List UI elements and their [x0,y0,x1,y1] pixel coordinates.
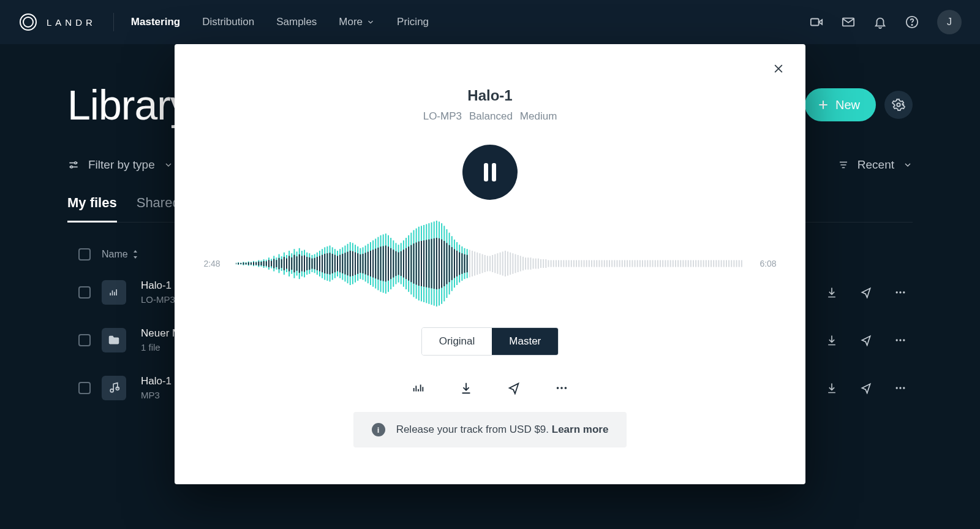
close-button[interactable] [772,63,785,75]
time-current: 2:48 [199,259,225,268]
svg-point-316 [565,387,567,389]
pause-icon [481,162,499,183]
svg-point-314 [557,387,559,389]
nav-more[interactable]: More [339,16,375,28]
sort-recent[interactable]: Recent [838,158,913,172]
svg-point-18 [899,387,901,389]
sliders-icon [67,159,80,171]
share-action[interactable] [507,381,521,395]
nav-divider [113,13,114,31]
sort-icon [838,159,849,170]
video-icon[interactable] [810,15,823,29]
nav-distribution[interactable]: Distribution [202,16,254,28]
file-subtitle: MP3 [141,390,172,400]
select-all-checkbox[interactable] [78,248,91,261]
new-button[interactable]: New [805,88,876,121]
mail-icon[interactable] [842,15,855,29]
file-type-icon [102,376,126,400]
svg-point-6 [897,103,900,107]
file-name: Halo-1 [141,280,175,292]
file-type-icon [102,328,126,352]
brand-logo[interactable]: LANDR [18,12,96,32]
track-title: Halo-1 [467,87,512,104]
file-type-icon [102,280,126,305]
download-action[interactable] [459,381,473,395]
promo-learn-more[interactable]: Learn more [552,424,609,435]
svg-point-11 [903,291,905,293]
promo-banner: i Release your track from USD $9. Learn … [353,412,627,447]
chevron-down-icon [903,160,913,170]
filter-label: Filter by type [88,158,155,172]
info-icon: i [372,423,385,436]
top-nav: LANDR MasteringDistributionSamplesMorePr… [0,0,980,44]
track-meta-item: Balanced [469,110,513,123]
row-checkbox[interactable] [78,382,91,394]
original-master-toggle: Original Master [421,327,559,356]
nav-mastering[interactable]: Mastering [131,16,180,28]
row-more-icon[interactable] [894,382,907,394]
svg-point-19 [903,387,905,389]
filter-by-type[interactable]: Filter by type [67,158,173,172]
waveform[interactable] [236,221,744,306]
svg-point-315 [560,387,563,389]
svg-rect-20 [484,163,488,181]
file-name: Halo-1 [141,375,172,387]
svg-point-9 [896,291,898,293]
svg-point-7 [75,162,77,164]
svg-point-1 [23,17,33,27]
nav-pricing[interactable]: Pricing [397,16,429,28]
avatar[interactable]: J [937,10,962,34]
svg-point-17 [896,387,898,389]
row-download-icon[interactable] [826,382,838,394]
row-checkbox[interactable] [78,286,91,299]
plus-icon [817,99,829,111]
track-meta: LO-MP3BalancedMedium [423,110,557,123]
svg-point-0 [20,14,36,30]
track-meta-item: LO-MP3 [423,110,462,123]
toggle-original[interactable]: Original [422,328,492,355]
row-download-icon[interactable] [826,286,838,299]
avatar-initial: J [947,17,952,28]
track-meta-item: Medium [520,110,557,123]
row-share-icon[interactable] [860,382,872,394]
svg-point-13 [899,339,901,341]
row-checkbox[interactable] [78,334,91,346]
help-icon[interactable] [905,15,919,29]
svg-point-10 [899,291,901,293]
row-more-icon[interactable] [894,334,907,346]
row-more-icon[interactable] [894,286,907,299]
sort-arrows-icon [132,250,139,259]
new-button-label: New [835,98,860,112]
logo-icon [18,12,38,32]
more-action[interactable] [555,381,568,395]
nav-links: MasteringDistributionSamplesMorePricing [131,16,429,28]
svg-point-14 [903,339,905,341]
settings-button[interactable] [884,91,913,119]
svg-rect-2 [811,19,819,26]
tab-my-files[interactable]: My files [67,195,117,222]
mastering-action[interactable] [412,381,425,395]
pause-button[interactable] [462,145,518,200]
row-download-icon[interactable] [826,334,838,346]
svg-point-12 [896,339,898,341]
time-total: 6:08 [755,259,781,268]
sort-label: Recent [858,158,894,172]
svg-point-8 [70,166,72,168]
chevron-down-icon [366,18,375,26]
track-modal: Halo-1 LO-MP3BalancedMedium 2:48 6:08 Or… [175,44,805,484]
promo-text: Release your track from USD $9. [396,424,552,435]
svg-point-5 [911,25,912,25]
gear-icon [892,98,905,112]
row-share-icon[interactable] [860,286,872,299]
nav-samples[interactable]: Samples [276,16,317,28]
bell-icon[interactable] [873,15,887,29]
file-subtitle: LO-MP3 [141,294,175,305]
page-title: Library [67,81,190,129]
nav-icon-group: J [810,10,962,34]
row-share-icon[interactable] [860,334,872,346]
tab-shared[interactable]: Shared [137,195,180,222]
toggle-master[interactable]: Master [492,328,558,355]
brand-word: LANDR [47,17,96,28]
chevron-down-icon [164,160,173,170]
svg-rect-21 [492,163,496,181]
